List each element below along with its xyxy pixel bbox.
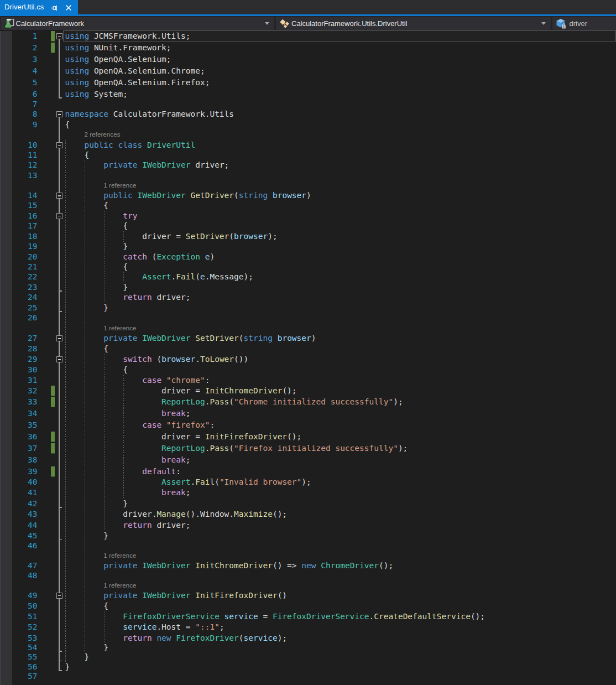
code-line[interactable]: service.Host = "::1"; <box>65 622 225 632</box>
collapse-region-button[interactable] <box>56 335 62 341</box>
code-line[interactable]: { <box>65 200 109 211</box>
token-kw: public <box>103 191 132 200</box>
code-line[interactable]: break; <box>65 487 191 498</box>
code-line[interactable]: { <box>65 344 109 354</box>
collapse-region-button[interactable] <box>56 142 62 148</box>
code-line[interactable]: { <box>65 120 70 130</box>
token-def: { <box>84 151 89 159</box>
line-number: 6 <box>0 89 38 100</box>
code-line[interactable]: using NUnit.Framework; <box>65 43 171 53</box>
code-line[interactable]: driver = InitFirefoxDriver(); <box>65 432 302 442</box>
code-line[interactable]: break; <box>65 455 191 465</box>
code-line[interactable]: { <box>65 221 128 231</box>
code-line[interactable]: using System; <box>65 89 128 100</box>
token-def: } <box>103 531 108 540</box>
code-line[interactable]: } <box>65 499 128 509</box>
collapse-region-button[interactable] <box>56 213 62 219</box>
code-line[interactable]: namespace CalculatorFramework.Utils <box>65 109 234 120</box>
close-icon[interactable] <box>65 4 72 12</box>
codelens-references[interactable]: 1 reference <box>103 324 136 333</box>
chevron-down-icon[interactable] <box>265 22 269 25</box>
code-line[interactable]: Assert.Fail(e.Message); <box>65 272 254 282</box>
code-line[interactable]: driver = InitChromeDriver(); <box>65 386 297 396</box>
token-typ: Exception <box>156 252 200 261</box>
code-line[interactable]: Assert.Fail("Invalid browser"); <box>65 477 311 487</box>
code-line[interactable]: public class DriverUtil <box>65 140 196 151</box>
type-dropdown[interactable]: CalculatorFramework.Utils.DriverUtil <box>276 17 551 30</box>
code-line[interactable]: driver.Manage().Window.Maximize(); <box>65 509 288 520</box>
token-typ: Assert <box>142 272 171 281</box>
code-line[interactable]: catch (Exception e) <box>65 252 215 262</box>
token-def <box>273 334 278 342</box>
code-line[interactable]: return driver; <box>65 520 191 531</box>
change-tracking-bar <box>51 443 55 454</box>
code-line[interactable]: FirefoxDriverService service = FirefoxDr… <box>65 611 486 622</box>
code-line[interactable]: { <box>65 601 109 611</box>
class-icon <box>279 18 290 29</box>
code-line[interactable]: case "firefox": <box>65 420 215 430</box>
code-line[interactable]: using OpenQA.Selenium.Firefox; <box>65 77 210 88</box>
code-line[interactable]: } <box>65 652 90 662</box>
code-line[interactable]: { <box>65 262 128 272</box>
token-def: ) <box>210 252 215 261</box>
line-number: 50 <box>0 601 38 611</box>
code-line[interactable]: driver = SetDriver(browser); <box>65 231 278 242</box>
code-line[interactable]: { <box>65 150 90 160</box>
codelens-references[interactable]: 1 reference <box>103 552 136 560</box>
project-dropdown[interactable]: CalculatorFramework <box>1 17 274 30</box>
pin-icon[interactable] <box>50 4 58 12</box>
token-mth: Pass <box>210 397 229 406</box>
code-line[interactable]: } <box>65 282 128 293</box>
code-line[interactable]: } <box>65 531 109 541</box>
token-var: service <box>225 612 258 621</box>
codelens-references[interactable]: 2 references <box>84 131 120 139</box>
code-line[interactable]: } <box>65 241 128 252</box>
code-line[interactable]: public IWebDriver GetDriver(string brows… <box>65 190 311 201</box>
code-line[interactable]: } <box>65 303 109 313</box>
code-line[interactable]: try <box>65 211 138 221</box>
codelens-references[interactable]: 1 reference <box>103 582 136 590</box>
code-line[interactable]: ReportLog.Pass("Chrome initialized succe… <box>65 397 403 407</box>
codelens-references[interactable]: 1 reference <box>103 181 136 190</box>
outlining-margin-line <box>59 117 60 671</box>
code-line[interactable]: private IWebDriver SetDriver(string brow… <box>65 333 316 344</box>
chevron-down-icon[interactable] <box>541 22 546 25</box>
collapse-region-button[interactable] <box>56 356 62 362</box>
code-line[interactable]: break; <box>65 408 191 419</box>
code-line[interactable]: using OpenQA.Selenium.Chrome; <box>65 66 205 76</box>
line-number: 55 <box>0 652 38 662</box>
code-line[interactable]: { <box>65 365 128 375</box>
code-line[interactable]: case "chrome": <box>65 375 210 386</box>
collapse-region-button[interactable] <box>56 33 62 39</box>
code-line[interactable]: using JCMSFramework.Utils; <box>65 31 191 41</box>
code-line[interactable]: return new FirefoxDriver(service); <box>65 633 288 644</box>
code-line[interactable]: ReportLog.Pass("Firefox initialized succ… <box>65 443 408 454</box>
code-line[interactable]: default: <box>65 466 181 477</box>
collapse-region-button[interactable] <box>56 593 62 599</box>
code-line[interactable]: } <box>65 662 70 672</box>
code-line[interactable]: return driver; <box>65 292 191 303</box>
token-mth: InitFirefoxDriver <box>195 591 277 600</box>
collapse-region-button[interactable] <box>56 193 62 199</box>
token-kw: using <box>65 32 90 40</box>
code-editor[interactable]: 1using JCMSFramework.Utils;2using NUnit.… <box>0 31 616 685</box>
line-number: 31 <box>0 375 38 386</box>
change-tracking-bar <box>51 397 55 407</box>
code-line[interactable]: private IWebDriver InitChromeDriver() =>… <box>65 561 394 571</box>
tab-driverutil[interactable]: DriverUtil.cs <box>0 0 78 16</box>
token-def: = <box>258 612 273 621</box>
code-line[interactable]: using OpenQA.Selenium; <box>65 54 171 65</box>
code-line[interactable]: private IWebDriver InitFirefoxDriver() <box>65 590 288 601</box>
tab-title: DriverUtil.cs <box>4 3 44 11</box>
code-line[interactable]: switch (browser.ToLower()) <box>65 354 249 365</box>
token-def: ( <box>147 252 156 261</box>
line-number: 51 <box>0 611 38 622</box>
token-ctl: try <box>123 211 137 220</box>
line-number: 44 <box>0 520 38 531</box>
code-line[interactable]: private IWebDriver driver; <box>65 160 229 170</box>
token-ctl: return <box>123 293 152 302</box>
code-line[interactable]: } <box>65 642 109 653</box>
member-dropdown[interactable]: driver <box>552 17 616 30</box>
token-mth: InitChromeDriver <box>205 386 283 395</box>
collapse-region-button[interactable] <box>56 111 62 117</box>
